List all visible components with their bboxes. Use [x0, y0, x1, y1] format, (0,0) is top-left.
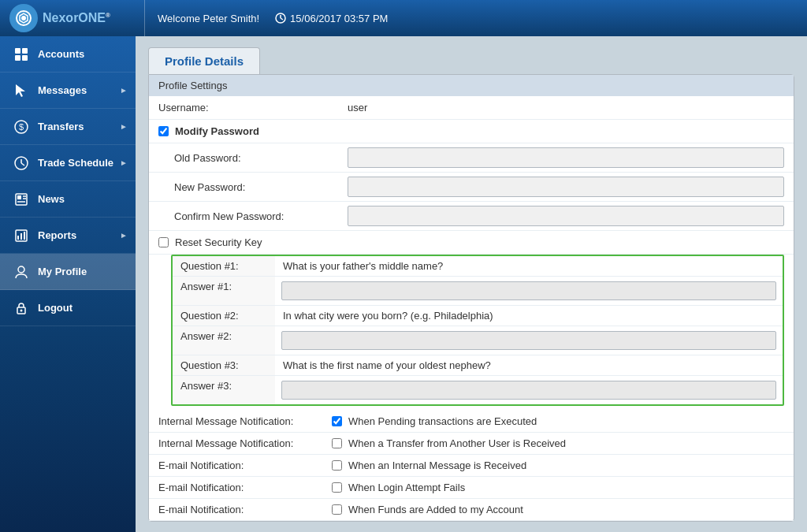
- q3-label: Question #3:: [173, 355, 275, 375]
- a1-label: Answer #1:: [173, 277, 275, 305]
- news-icon: [11, 189, 32, 210]
- svg-rect-5: [15, 48, 20, 54]
- confirm-password-label: Confirm New Password:: [158, 210, 348, 222]
- username-row: Username: user: [149, 96, 794, 120]
- profile-icon: [11, 262, 32, 282]
- trade-schedule-label: Trade Schedule: [38, 157, 113, 169]
- notification-text: When a Transfer from Another User is Rec…: [348, 437, 566, 449]
- reports-arrow: ►: [120, 231, 128, 240]
- notification-row: Internal Message Notification:When a Tra…: [149, 433, 794, 455]
- old-password-input[interactable]: [348, 147, 784, 168]
- sidebar-item-accounts[interactable]: Accounts: [0, 36, 136, 73]
- modify-password-row: Modify Password: [149, 120, 794, 143]
- notification-row: E-mail Notification:When Login Attempt F…: [149, 477, 794, 499]
- answer-3-input[interactable]: [281, 381, 776, 400]
- answer-2-row: Answer #2:: [173, 326, 783, 355]
- confirm-password-input[interactable]: [348, 206, 784, 226]
- svg-rect-16: [17, 195, 21, 199]
- logo-area: NexorONE®: [9, 0, 145, 36]
- q1-label: Question #1:: [173, 256, 275, 276]
- tab-profile-details[interactable]: Profile Details: [148, 47, 260, 74]
- sidebar-item-news[interactable]: News: [0, 181, 136, 218]
- a3-label: Answer #3:: [173, 376, 275, 404]
- svg-rect-7: [15, 55, 20, 61]
- header: NexorONE® Welcome Peter Smith! 15/06/201…: [0, 0, 807, 36]
- new-password-row: New Password:: [149, 173, 794, 202]
- header-info: Welcome Peter Smith! 15/06/2017 03:57 PM: [145, 13, 388, 24]
- sidebar-item-my-profile[interactable]: My Profile: [0, 254, 136, 290]
- clock-icon: [275, 13, 286, 24]
- datetime-text: 15/06/2017 03:57 PM: [290, 13, 388, 24]
- q3-value: What is the first name of your oldest ne…: [275, 355, 783, 375]
- reset-security-label: Reset Security Key: [175, 236, 262, 248]
- security-questions-table: Question #1: What is your father's middl…: [171, 255, 784, 406]
- notification-text: When an Internal Message is Received: [348, 459, 526, 471]
- notification-type-label: E-mail Notification:: [158, 504, 332, 515]
- messages-label: Messages: [38, 84, 87, 96]
- sidebar-item-transfers[interactable]: $ Transfers ►: [0, 109, 136, 145]
- lock-icon: [11, 298, 32, 318]
- grid-icon: [11, 44, 32, 65]
- q2-label: Question #2:: [173, 306, 275, 326]
- reset-security-checkbox[interactable]: [158, 237, 169, 247]
- notification-checkbox[interactable]: [332, 438, 342, 448]
- header-clock: 15/06/2017 03:57 PM: [275, 13, 388, 24]
- answer-3-row: Answer #3:: [173, 376, 783, 404]
- tab-bar: Profile Details: [148, 47, 794, 74]
- messages-arrow: ►: [120, 86, 128, 95]
- question-3-row: Question #3: What is the first name of y…: [173, 355, 783, 376]
- accounts-label: Accounts: [38, 48, 84, 60]
- logo-icon: [9, 4, 38, 32]
- notification-checkbox[interactable]: [332, 482, 342, 493]
- reports-label: Reports: [38, 229, 76, 241]
- notification-type-label: E-mail Notification:: [158, 459, 332, 471]
- q1-value: What is your father's middle name?: [275, 256, 783, 276]
- notification-row: Internal Message Notification:When Pendi…: [149, 411, 794, 433]
- answer-1-input[interactable]: [281, 281, 776, 300]
- svg-line-14: [21, 163, 24, 166]
- sidebar-item-messages[interactable]: Messages ►: [0, 73, 136, 109]
- svg-rect-8: [22, 55, 28, 61]
- notification-type-label: E-mail Notification:: [158, 482, 332, 493]
- svg-text:$: $: [19, 122, 24, 132]
- logo-text: NexorONE®: [43, 11, 110, 25]
- notification-row: E-mail Notification:When Funds are Added…: [149, 499, 794, 521]
- new-password-input[interactable]: [348, 177, 784, 197]
- dollar-icon: $: [11, 117, 32, 137]
- notification-text: When Pending transactions are Executed: [348, 415, 537, 427]
- transfers-label: Transfers: [38, 121, 84, 132]
- q2-value: In what city were you born? (e.g. Philad…: [275, 306, 783, 326]
- answer-1-row: Answer #1:: [173, 277, 783, 306]
- logout-label: Logout: [38, 302, 73, 314]
- new-password-label: New Password:: [158, 181, 348, 193]
- sidebar-item-reports[interactable]: Reports ►: [0, 218, 136, 254]
- notification-text: When Funds are Added to my Account: [348, 504, 523, 515]
- svg-rect-6: [22, 48, 28, 54]
- my-profile-label: My Profile: [38, 266, 87, 277]
- trade-clock-icon: [11, 153, 32, 173]
- old-password-label: Old Password:: [158, 152, 348, 164]
- modify-password-checkbox[interactable]: [158, 126, 169, 136]
- notification-row: E-mail Notification:When an Internal Mes…: [149, 455, 794, 477]
- notification-type-label: Internal Message Notification:: [158, 437, 332, 449]
- main-content: Profile Details Profile Settings Usernam…: [136, 36, 807, 532]
- question-1-row: Question #1: What is your father's middl…: [173, 256, 783, 277]
- username-value: user: [348, 102, 367, 113]
- cursor-icon: [11, 80, 32, 101]
- confirm-password-row: Confirm New Password:: [149, 202, 794, 231]
- notification-checkbox[interactable]: [332, 460, 342, 471]
- form-panel: Profile Settings Username: user Modify P…: [148, 74, 794, 522]
- sidebar-item-logout[interactable]: Logout: [0, 290, 136, 326]
- answer-2-input[interactable]: [281, 331, 776, 350]
- svg-marker-9: [16, 84, 25, 97]
- notification-checkbox[interactable]: [332, 416, 342, 426]
- reset-security-row: Reset Security Key: [149, 231, 794, 255]
- a2-label: Answer #2:: [173, 326, 275, 355]
- news-label: News: [38, 193, 65, 205]
- notification-checkbox[interactable]: [332, 504, 342, 515]
- logo-one: ONE: [78, 11, 106, 24]
- modify-password-label: Modify Password: [175, 125, 259, 137]
- sidebar-item-trade-schedule[interactable]: Trade Schedule ►: [0, 145, 136, 181]
- username-label: Username:: [158, 102, 348, 113]
- notification-text: When Login Attempt Fails: [348, 482, 465, 493]
